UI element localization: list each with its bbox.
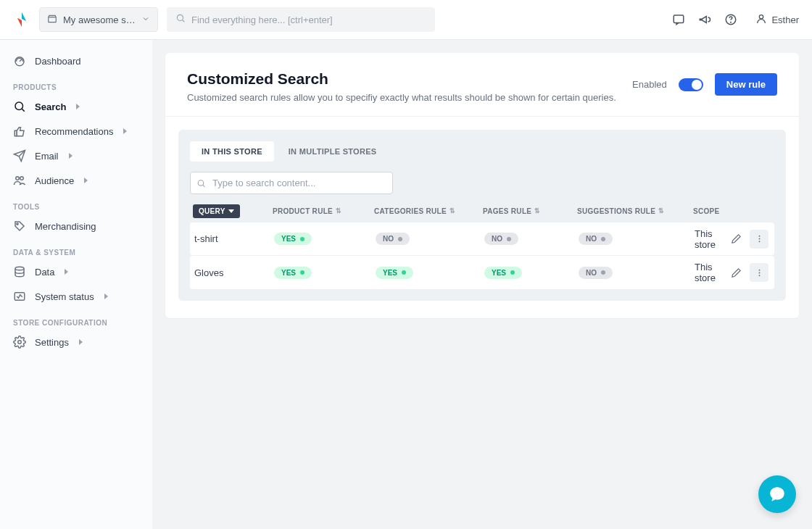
- sidebar-item-search[interactable]: Search: [0, 94, 152, 119]
- rules-panel: IN THIS STORE IN MULTIPLE STORES QUERY P…: [178, 130, 786, 301]
- svg-line-2: [183, 20, 185, 22]
- query-sort-button[interactable]: QUERY: [193, 204, 240, 218]
- store-icon: [47, 14, 57, 26]
- table-row[interactable]: t-shirt YES NO NO NO This store: [190, 222, 774, 256]
- sidebar-item-label: Dashboard: [35, 56, 81, 67]
- status-badge: NO: [484, 233, 518, 245]
- caret-right-icon: [65, 269, 68, 275]
- cell-categories: NO: [374, 233, 483, 245]
- caret-right-icon: [76, 104, 80, 109]
- status-badge: YES: [484, 267, 522, 279]
- global-search[interactable]: [167, 7, 435, 32]
- sidebar-section-tools: TOOLS: [0, 193, 152, 214]
- new-rule-button[interactable]: New rule: [715, 73, 777, 96]
- svg-rect-0: [49, 17, 57, 22]
- logo-icon: [13, 11, 30, 28]
- caret-right-icon: [104, 293, 108, 299]
- svg-point-18: [758, 236, 760, 237]
- more-button[interactable]: [750, 263, 768, 282]
- svg-point-23: [758, 275, 760, 276]
- status-badge: YES: [376, 267, 413, 279]
- svg-point-1: [177, 14, 183, 20]
- svg-rect-3: [674, 15, 684, 23]
- topbar: My awesome st… Esther: [0, 0, 812, 40]
- col-product-rule[interactable]: PRODUCT RULE⇅: [273, 207, 374, 215]
- svg-point-15: [18, 341, 22, 344]
- sidebar: Dashboard PRODUCTS Search Recommendation…: [0, 40, 152, 529]
- cell-query: t-shirt: [193, 233, 273, 244]
- cell-query: Gloves: [193, 267, 273, 278]
- sidebar-item-data[interactable]: Data: [0, 259, 152, 284]
- tab-in-multiple-stores[interactable]: IN MULTIPLE STORES: [277, 141, 389, 162]
- tab-in-this-store[interactable]: IN THIS STORE: [190, 141, 274, 162]
- chat-icon: [768, 485, 787, 504]
- sidebar-item-label: Merchandising: [35, 221, 96, 232]
- store-name: My awesome st…: [63, 14, 136, 25]
- table-header: QUERY PRODUCT RULE⇅ CATEGORIES RULE⇅ PAG…: [190, 204, 774, 218]
- user-icon: [755, 13, 767, 27]
- user-menu[interactable]: Esther: [755, 13, 799, 27]
- enabled-label: Enabled: [632, 79, 667, 90]
- cell-pages: NO: [483, 233, 577, 245]
- status-badge: YES: [274, 267, 312, 279]
- table-row[interactable]: Gloves YES YES YES NO This store: [190, 256, 774, 289]
- announce-icon[interactable]: [697, 12, 712, 27]
- svg-point-6: [760, 14, 763, 18]
- sidebar-item-merchandising[interactable]: Merchandising: [0, 214, 152, 238]
- sidebar-item-system-status[interactable]: System status: [0, 284, 152, 309]
- cell-scope: This store: [693, 228, 721, 250]
- cell-categories: YES: [374, 267, 483, 279]
- sidebar-item-settings[interactable]: Settings: [0, 330, 152, 354]
- search-icon: [175, 13, 186, 26]
- page-description: Customized search rules allow you to spe…: [187, 92, 632, 103]
- svg-point-8: [15, 102, 23, 110]
- sidebar-item-recommendations[interactable]: Recommendations: [0, 119, 152, 143]
- svg-point-19: [758, 238, 760, 240]
- content-search-input[interactable]: [190, 172, 393, 194]
- main-content: Customized Search Customized search rule…: [152, 40, 812, 529]
- caret-down-icon: [228, 209, 234, 213]
- edit-button[interactable]: [726, 263, 745, 282]
- scope-tabs: IN THIS STORE IN MULTIPLE STORES: [190, 141, 774, 162]
- sidebar-item-email[interactable]: Email: [0, 143, 152, 168]
- status-badge: NO: [579, 267, 613, 279]
- caret-right-icon: [79, 339, 83, 345]
- caret-right-icon: [84, 178, 88, 183]
- message-icon[interactable]: [671, 12, 686, 27]
- store-selector[interactable]: My awesome st…: [39, 7, 158, 32]
- svg-point-10: [16, 177, 20, 180]
- enabled-toggle[interactable]: [679, 78, 703, 91]
- search-icon: [196, 178, 206, 188]
- sidebar-section-data: DATA & SYSTEM: [0, 238, 152, 259]
- chat-button[interactable]: [758, 475, 796, 513]
- global-search-input[interactable]: [191, 14, 426, 25]
- sidebar-item-dashboard[interactable]: Dashboard: [0, 49, 152, 73]
- cell-scope: This store: [693, 262, 721, 283]
- svg-point-20: [758, 241, 760, 242]
- sort-icon: ⇅: [450, 208, 455, 214]
- sort-icon: ⇅: [658, 208, 664, 214]
- svg-point-21: [758, 269, 760, 270]
- cell-suggestions: NO: [577, 233, 693, 245]
- sidebar-section-store: STORE CONFIGURATION: [0, 309, 152, 330]
- svg-point-13: [15, 267, 24, 270]
- status-badge: NO: [376, 233, 410, 245]
- content-search: [190, 172, 393, 194]
- svg-point-16: [198, 180, 204, 186]
- sidebar-item-label: Recommendations: [35, 126, 113, 137]
- sidebar-item-audience[interactable]: Audience: [0, 168, 152, 193]
- topbar-icons: Esther: [671, 12, 799, 27]
- customized-search-card: Customized Search Customized search rule…: [165, 53, 799, 318]
- col-categories-rule[interactable]: CATEGORIES RULE⇅: [374, 207, 483, 215]
- edit-button[interactable]: [726, 230, 745, 249]
- sidebar-section-products: PRODUCTS: [0, 73, 152, 94]
- table-body: t-shirt YES NO NO NO This store Gloves Y…: [190, 222, 774, 289]
- more-button[interactable]: [750, 230, 768, 249]
- cell-pages: YES: [483, 267, 577, 279]
- col-suggestions-rule[interactable]: SUGGESTIONS RULE⇅: [577, 207, 693, 215]
- svg-line-17: [203, 185, 204, 186]
- caret-right-icon: [69, 153, 72, 159]
- col-pages-rule[interactable]: PAGES RULE⇅: [483, 207, 577, 215]
- svg-line-9: [22, 109, 24, 111]
- help-icon[interactable]: [724, 12, 738, 27]
